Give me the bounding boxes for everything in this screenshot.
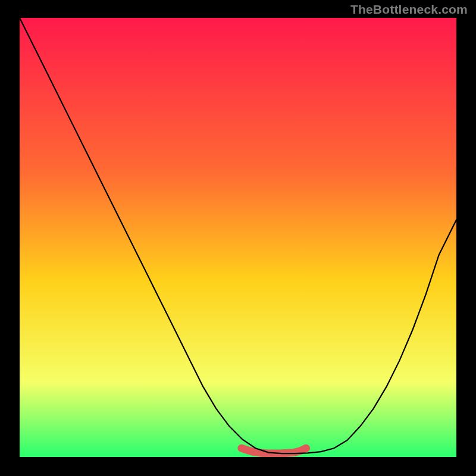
- plot-area: [20, 18, 456, 457]
- chart-frame: TheBottleneck.com: [0, 0, 476, 476]
- watermark-label: TheBottleneck.com: [350, 2, 468, 17]
- bottleneck-chart: [20, 18, 456, 457]
- gradient-background: [20, 18, 456, 457]
